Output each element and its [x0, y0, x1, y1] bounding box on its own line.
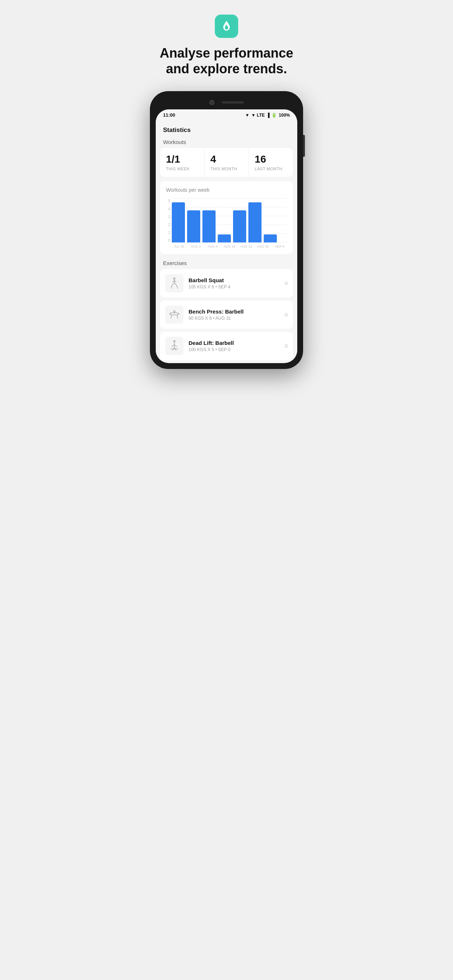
svg-line-2 [172, 283, 174, 286]
y-label-5: 5 [166, 199, 170, 203]
x-label-2: AUG 9 [205, 245, 220, 248]
svg-line-4 [171, 286, 172, 288]
stat-lastmonth-value: 16 [255, 154, 287, 165]
y-label-3: 3 [166, 215, 170, 219]
workouts-section-title: Workouts [156, 137, 297, 148]
svg-line-9 [171, 315, 172, 319]
chart-bar-5 [248, 202, 262, 242]
svg-point-1 [174, 278, 175, 279]
exercise-icon-deadlift [165, 337, 183, 355]
x-label-5: AUG 30 [256, 245, 270, 248]
chart-bar-0 [172, 202, 185, 242]
y-axis: 0 1 2 3 4 5 [166, 199, 170, 242]
svg-line-7 [174, 281, 176, 282]
stat-last-month: 16 LAST MONTH [249, 148, 293, 177]
x-label-3: AUG 16 [222, 245, 237, 248]
svg-line-6 [172, 281, 174, 282]
phone-camera [209, 100, 214, 105]
grid-line-5 [172, 198, 287, 199]
svg-line-5 [177, 286, 178, 288]
stat-week-value: 1/1 [166, 154, 198, 165]
battery-label: 100% [279, 113, 290, 118]
exercise-name: Barbell Squat [188, 277, 279, 283]
exercises-section-title: Exercises [156, 258, 297, 269]
page-title: Statistics [156, 121, 297, 137]
exercise-icon-squat [165, 274, 183, 293]
bars-container: JUL 26AUG 2AUG 9AUG 16AUG 23AUG 30SEP 6 [172, 199, 287, 248]
phone-speaker [222, 101, 244, 103]
stat-month-label: THIS MONTH [211, 167, 243, 171]
chart-bar-6 [264, 234, 277, 242]
exercise-info: Dead Lift: Barbell 100 KGS X 5 • SEP 0 [188, 340, 279, 352]
exercise-icon-bench [165, 305, 183, 324]
x-label-6: SEP 6 [273, 245, 287, 248]
chart-section: Workouts per week 0 1 2 3 4 5 [160, 181, 293, 254]
svg-point-11 [174, 310, 175, 312]
exercise-meta: 100 KGS X 5 • SEP 0 [188, 347, 279, 352]
exercise-info: Barbell Squat 105 KGS X 6 • SEP 4 [188, 277, 279, 290]
status-bar: 11:00 ▼ ▼ LTE ▐ 🔋 100% [156, 110, 297, 121]
chart-title: Workouts per week [166, 187, 287, 193]
y-label-2: 2 [166, 223, 170, 227]
flame-icon [220, 20, 233, 33]
exercise-item[interactable]: Bench Press: Barbell 90 KGS X 6 • AUG 31… [160, 301, 293, 329]
status-time: 11:00 [163, 112, 175, 118]
headline: Analyse performance and explore trends. [160, 45, 293, 76]
stat-lastmonth-label: LAST MONTH [255, 167, 287, 171]
svg-line-3 [174, 283, 177, 286]
x-label-0: JUL 26 [172, 245, 187, 248]
grid-line-4 [172, 207, 287, 207]
stat-this-week: 1/1 THIS WEEK [160, 148, 205, 177]
app-icon [215, 14, 238, 38]
exercise-info: Bench Press: Barbell 90 KGS X 6 • AUG 31 [188, 309, 279, 321]
chart-bars [172, 199, 287, 242]
svg-point-15 [174, 340, 175, 342]
signal-icon: ▐ [266, 113, 270, 118]
chart-bar-4 [233, 210, 246, 242]
exercise-name: Bench Press: Barbell [188, 309, 279, 315]
exercises-section: Exercises Barbell Squat 105 KGS X 6 • SE… [156, 258, 297, 360]
stat-month-value: 4 [211, 154, 243, 165]
chart-bar-1 [187, 210, 200, 242]
stats-card: 1/1 THIS WEEK 4 THIS MONTH 16 LAST MONTH [160, 148, 293, 177]
svg-rect-8 [170, 313, 179, 315]
chart-bar-3 [218, 234, 231, 242]
exercise-item[interactable]: Barbell Squat 105 KGS X 6 • SEP 4 ≡ [160, 269, 293, 298]
exercise-list: Barbell Squat 105 KGS X 6 • SEP 4 ≡ Benc… [156, 269, 297, 360]
exercise-name: Dead Lift: Barbell [188, 340, 279, 346]
exercise-menu-icon[interactable]: ≡ [284, 342, 288, 350]
stat-this-month: 4 THIS MONTH [205, 148, 249, 177]
exercise-menu-icon[interactable]: ≡ [284, 280, 288, 287]
exercise-menu-icon[interactable]: ≡ [284, 311, 288, 319]
phone-frame: 11:00 ▼ ▼ LTE ▐ 🔋 100% Statistics Workou… [150, 91, 303, 369]
svg-line-10 [177, 315, 178, 319]
app-icon-wrapper [215, 14, 238, 38]
screen-content: Statistics Workouts 1/1 THIS WEEK 4 THIS… [156, 121, 297, 360]
svg-line-17 [172, 345, 174, 347]
exercise-meta: 90 KGS X 6 • AUG 31 [188, 316, 279, 321]
lte-label: ▼ LTE [251, 113, 265, 118]
battery-icon: 🔋 [271, 113, 277, 118]
y-label-1: 1 [166, 231, 170, 235]
chart-x-labels: JUL 26AUG 2AUG 9AUG 16AUG 23AUG 30SEP 6 [172, 245, 287, 248]
y-label-0: 0 [166, 238, 170, 242]
x-label-4: AUG 23 [239, 245, 254, 248]
y-label-4: 4 [166, 207, 170, 211]
chart-bar-2 [203, 210, 215, 242]
chart-container: 0 1 2 3 4 5 [166, 199, 287, 248]
svg-line-18 [174, 345, 177, 347]
wifi-icon: ▼ [245, 113, 249, 118]
phone-screen: 11:00 ▼ ▼ LTE ▐ 🔋 100% Statistics Workou… [156, 110, 297, 363]
status-right: ▼ ▼ LTE ▐ 🔋 100% [245, 113, 290, 118]
x-label-1: AUG 2 [188, 245, 203, 248]
exercise-item[interactable]: Dead Lift: Barbell 100 KGS X 5 • SEP 0 ≡ [160, 332, 293, 360]
stat-week-label: THIS WEEK [166, 167, 198, 171]
phone-notch [156, 97, 297, 110]
exercise-meta: 105 KGS X 6 • SEP 4 [188, 285, 279, 290]
